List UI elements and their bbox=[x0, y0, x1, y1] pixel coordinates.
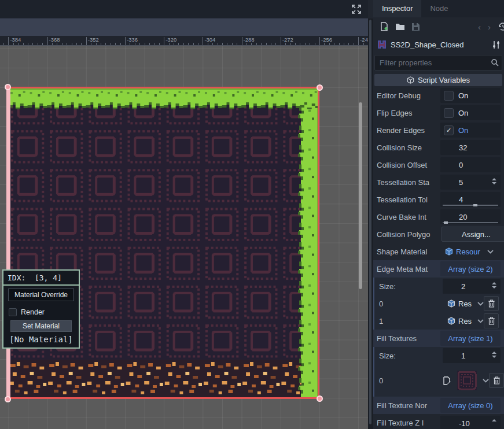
array-item-row-0: 0 Res bbox=[373, 295, 504, 312]
history-forward-icon[interactable]: › bbox=[488, 23, 491, 31]
inspector-dock: Inspector Node ‹ › bbox=[368, 0, 504, 429]
array-link[interactable]: Array (size 0) bbox=[448, 401, 492, 410]
filter-row bbox=[373, 54, 504, 71]
shape-point-handle[interactable] bbox=[317, 395, 323, 402]
property-row-tessellation-stages: Tessellation Sta 5 bbox=[373, 173, 504, 191]
edge-material-popup: IDX: [3, 4] Material Override Render Set… bbox=[2, 269, 80, 349]
fill-texture-item-row: 0 bbox=[373, 364, 504, 397]
slider-grabber[interactable] bbox=[473, 204, 477, 206]
canvas-area[interactable]: IDX: [3, 4] Material Override Render Set… bbox=[0, 46, 368, 429]
viewport-2d: -384-368-352-336-320-304-288-272-256-240 bbox=[0, 0, 368, 429]
idx-label: IDX: [3, 4] bbox=[3, 271, 79, 286]
cube-icon bbox=[407, 76, 414, 84]
search-icon bbox=[491, 58, 499, 69]
array-size-field[interactable]: 1 bbox=[443, 348, 501, 363]
array-item-row-1: 1 Res bbox=[373, 312, 504, 330]
chevron-down-icon[interactable] bbox=[477, 302, 484, 306]
spinner-updown-icon[interactable] bbox=[492, 282, 496, 289]
ss2d-shape[interactable] bbox=[8, 87, 319, 399]
render-checkbox[interactable] bbox=[9, 308, 17, 316]
chevron-down-icon[interactable] bbox=[483, 379, 489, 383]
resource-cube-icon bbox=[447, 317, 455, 325]
slider-grabber[interactable] bbox=[444, 221, 448, 224]
new-resource-icon[interactable] bbox=[380, 22, 389, 31]
selected-edge-highlight[interactable] bbox=[6, 88, 10, 398]
dock-tabbar: Inspector Node bbox=[373, 0, 504, 17]
fill-texture-thumbnail[interactable] bbox=[457, 371, 477, 390]
viewport-vertical-scrollbar[interactable] bbox=[359, 102, 362, 289]
flip-edges-checkbox[interactable] bbox=[444, 108, 454, 118]
trash-icon bbox=[488, 317, 495, 325]
filter-properties-input[interactable] bbox=[378, 57, 485, 69]
property-row-collision-polygon: Collision Polygo Assign... bbox=[373, 225, 504, 243]
edit-resource-icon[interactable] bbox=[443, 376, 451, 385]
tab-inspector[interactable]: Inspector bbox=[373, 0, 421, 17]
delete-item-button[interactable] bbox=[484, 296, 499, 311]
save-resource-icon[interactable] bbox=[411, 23, 420, 31]
object-history-icon[interactable] bbox=[498, 22, 504, 31]
material-override-button[interactable]: Material Override bbox=[8, 289, 74, 301]
edge-material-1-resource[interactable]: Res bbox=[447, 317, 472, 326]
array-size-row: Size: 1 bbox=[373, 347, 504, 364]
delete-item-button[interactable] bbox=[489, 373, 504, 388]
spinner-updown-icon[interactable] bbox=[492, 352, 496, 358]
chevron-down-icon[interactable] bbox=[477, 319, 484, 323]
property-row-editor-debug: Editor Debug On bbox=[373, 87, 504, 104]
edited-resource-row: SS2D_Shape_Closed bbox=[373, 36, 504, 53]
property-row-fill-texture-z-index: Fill Texture Z I -10 bbox=[373, 414, 504, 429]
horizontal-ruler: -384-368-352-336-320-304-288-272-256-240 bbox=[0, 36, 368, 46]
array-size-row: Size: 2 bbox=[373, 278, 504, 295]
curve-bake-interval-slider[interactable]: 20 bbox=[440, 209, 501, 224]
expand-icon[interactable] bbox=[351, 4, 362, 14]
render-edges-checkbox[interactable]: ✓ bbox=[444, 125, 454, 135]
shape-material-resource[interactable]: Resour bbox=[445, 247, 480, 256]
tessellation-tolerance-slider[interactable]: 4 bbox=[440, 192, 501, 207]
editor-debug-checkbox[interactable] bbox=[444, 91, 454, 101]
chevron-down-icon[interactable] bbox=[487, 250, 494, 254]
godot-editor: -384-368-352-336-320-304-288-272-256-240 bbox=[0, 0, 504, 429]
property-row-flip-edges: Flip Edges On bbox=[373, 104, 504, 121]
viewport-topbar bbox=[0, 0, 368, 18]
set-material-button[interactable]: Set Material bbox=[10, 320, 72, 332]
object-tools-icon[interactable] bbox=[492, 40, 501, 49]
edge-material-0-resource[interactable]: Res bbox=[447, 299, 472, 308]
shape-point-handle[interactable] bbox=[317, 84, 323, 91]
property-row-edge-meta-materials: Edge Meta Mat Array (size 2) bbox=[373, 260, 504, 278]
section-script-variables[interactable]: Script Variables bbox=[374, 74, 502, 86]
property-row-collision-size: Collision Size 32 bbox=[373, 139, 504, 156]
inspector-scrollbar[interactable] bbox=[368, 19, 373, 429]
delete-item-button[interactable] bbox=[484, 313, 499, 328]
property-row-render-edges: Render Edges ✓ On bbox=[373, 121, 504, 139]
resource-cube-icon bbox=[445, 247, 453, 256]
trash-icon bbox=[493, 376, 501, 384]
trash-icon bbox=[488, 299, 495, 308]
property-row-fill-textures: Fill Textures Array (size 1) bbox=[373, 330, 504, 347]
property-row-shape-material: Shape Material Resour bbox=[373, 243, 504, 260]
no-material-label: [No Material] bbox=[3, 332, 79, 347]
property-row-tessellation-tolerance: Tessellation Tol 4 bbox=[373, 191, 504, 208]
property-row-collision-offset: Collision Offset 0 bbox=[373, 156, 504, 173]
spinner-up-icon[interactable] bbox=[492, 419, 496, 421]
resource-cube-icon bbox=[447, 299, 455, 308]
resource-name: SS2D_Shape_Closed bbox=[391, 40, 492, 49]
property-row-curve-bake-interval: Curve Bake Int 20 bbox=[373, 208, 504, 225]
array-link[interactable]: Array (size 1) bbox=[448, 334, 492, 343]
history-back-icon[interactable]: ‹ bbox=[478, 23, 481, 31]
ss2d-shape-icon bbox=[377, 39, 387, 50]
tab-node[interactable]: Node bbox=[421, 0, 457, 17]
property-list: Editor Debug On Flip Edges On Render Edg… bbox=[373, 87, 504, 429]
viewport-toolbar bbox=[0, 18, 368, 36]
spinner-updown-icon[interactable] bbox=[492, 178, 496, 184]
shape-point-handle[interactable] bbox=[5, 84, 11, 90]
load-resource-icon[interactable] bbox=[395, 23, 405, 31]
inspector-toolbar: ‹ › bbox=[373, 17, 504, 36]
tessellation-stages-field[interactable]: 5 bbox=[440, 175, 501, 190]
array-link[interactable]: Array (size 2) bbox=[448, 265, 492, 273]
collision-size-field[interactable]: 32 bbox=[440, 140, 501, 155]
property-row-fill-texture-normals: Fill Texture Nor Array (size 0) bbox=[373, 397, 504, 414]
collision-offset-field[interactable]: 0 bbox=[440, 157, 501, 172]
array-size-field[interactable]: 2 bbox=[443, 279, 501, 294]
shape-point-handle[interactable] bbox=[5, 396, 11, 402]
fill-texture-z-index-field[interactable]: -10 bbox=[440, 416, 501, 429]
assign-button[interactable]: Assign... bbox=[442, 227, 504, 242]
